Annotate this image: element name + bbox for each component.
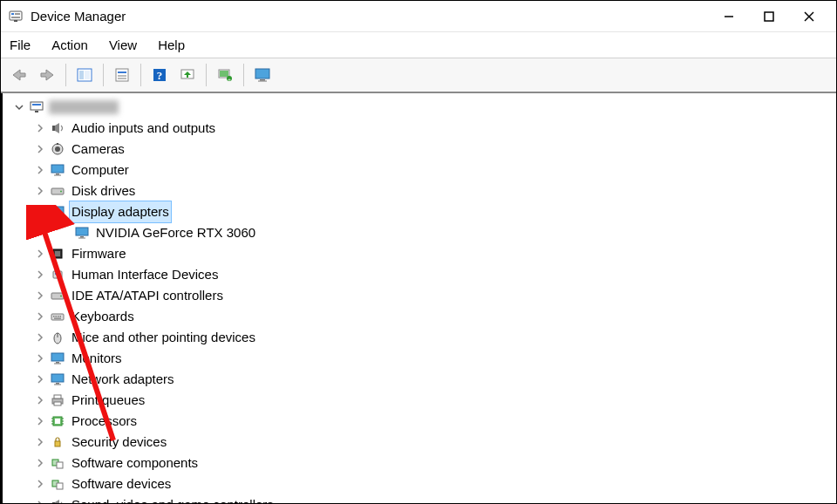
- svg-rect-30: [52, 126, 55, 131]
- component-icon: [50, 455, 65, 471]
- tree-category[interactable]: Display adapters: [6, 201, 836, 222]
- tree-category[interactable]: Security devices: [6, 432, 836, 453]
- tree-root[interactable]: [6, 97, 836, 118]
- menu-view[interactable]: View: [109, 37, 137, 52]
- tree-category[interactable]: Software devices: [6, 473, 836, 494]
- tree-category[interactable]: Mice and other pointing devices: [6, 327, 836, 348]
- svg-rect-6: [765, 12, 773, 21]
- properties-button[interactable]: [109, 62, 135, 88]
- tree-category-label: Security devices: [70, 432, 168, 453]
- computer-icon: [29, 99, 44, 115]
- chevron-right-icon[interactable]: [32, 392, 48, 408]
- chevron-down-icon[interactable]: [11, 99, 27, 115]
- svg-rect-66: [54, 385, 61, 385]
- tree-category[interactable]: Audio inputs and outputs: [6, 118, 836, 139]
- svg-rect-1: [11, 13, 14, 15]
- update-driver-button[interactable]: [174, 62, 201, 88]
- tree-category-label: Display adapters: [70, 201, 171, 222]
- svg-rect-36: [56, 174, 59, 175]
- back-button[interactable]: [6, 62, 32, 88]
- chevron-right-icon[interactable]: [32, 434, 48, 450]
- device-tree[interactable]: Audio inputs and outputsCamerasComputerD…: [1, 93, 836, 503]
- tree-category[interactable]: Cameras: [6, 139, 836, 160]
- tree-device[interactable]: NVIDIA GeForce RTX 3060: [6, 222, 836, 243]
- tree-category[interactable]: Print queues: [6, 390, 836, 411]
- chevron-right-icon[interactable]: [32, 120, 48, 136]
- svg-rect-26: [258, 81, 267, 82]
- chip-icon: [50, 246, 65, 262]
- chevron-down-icon[interactable]: [32, 204, 48, 220]
- chevron-right-icon[interactable]: [32, 309, 48, 324]
- tree-category[interactable]: Sound, video and game controllers: [6, 494, 836, 503]
- scan-hardware-button[interactable]: +: [212, 62, 238, 88]
- menu-file[interactable]: File: [10, 37, 31, 52]
- chevron-right-icon[interactable]: [32, 183, 48, 199]
- speaker-icon: [50, 120, 65, 136]
- chevron-right-icon[interactable]: [32, 371, 48, 387]
- tree-category-label: Sound, video and game controllers: [70, 494, 276, 503]
- svg-rect-42: [54, 217, 61, 218]
- svg-rect-29: [32, 104, 41, 106]
- maximize-button[interactable]: [749, 3, 789, 31]
- svg-rect-82: [57, 483, 63, 489]
- toolbar-separator: [206, 64, 207, 86]
- chevron-right-icon[interactable]: [32, 413, 48, 429]
- forward-button[interactable]: [34, 62, 60, 88]
- svg-marker-31: [55, 123, 59, 133]
- tree-category[interactable]: Human Interface Devices: [6, 264, 836, 285]
- tree-category[interactable]: Software components: [6, 453, 836, 473]
- monitor-icon: [50, 351, 65, 366]
- help-button[interactable]: ?: [146, 62, 173, 88]
- minimize-button[interactable]: [709, 3, 749, 31]
- tree-category[interactable]: Network adapters: [6, 369, 836, 390]
- tree-category[interactable]: Firmware: [6, 243, 836, 264]
- svg-rect-47: [55, 251, 60, 256]
- svg-point-33: [55, 146, 60, 152]
- title-bar: Device Manager: [1, 1, 836, 32]
- svg-rect-15: [118, 78, 126, 79]
- tree-category[interactable]: IDE ATA/ATAPI controllers: [6, 285, 836, 306]
- chevron-right-icon[interactable]: [32, 162, 48, 178]
- svg-rect-27: [31, 102, 43, 110]
- svg-rect-80: [57, 462, 63, 468]
- keyboard-icon: [50, 309, 65, 324]
- tree-category[interactable]: Monitors: [6, 348, 836, 369]
- chevron-right-icon[interactable]: [32, 288, 48, 303]
- tree-category-label: Keyboards: [70, 306, 136, 327]
- svg-rect-0: [10, 11, 22, 20]
- show-hidden-button[interactable]: [71, 62, 98, 88]
- close-button[interactable]: [789, 3, 829, 31]
- mouse-icon: [50, 330, 65, 345]
- chevron-right-icon[interactable]: [32, 351, 48, 366]
- chevron-right-icon[interactable]: [32, 267, 48, 283]
- device-manager-icon: [8, 9, 24, 24]
- svg-rect-25: [260, 79, 265, 81]
- svg-rect-54: [53, 316, 55, 317]
- tree-category-label: Monitors: [70, 348, 124, 369]
- chevron-right-icon[interactable]: [32, 497, 48, 503]
- tree-category[interactable]: Processors: [6, 411, 836, 432]
- chevron-right-icon[interactable]: [32, 476, 48, 492]
- menu-help[interactable]: Help: [158, 37, 185, 52]
- chevron-right-icon[interactable]: [32, 330, 48, 345]
- tree-category-label: Mice and other pointing devices: [70, 327, 257, 348]
- tree-category-label: Firmware: [70, 243, 128, 264]
- camera-icon: [50, 141, 65, 157]
- menu-action[interactable]: Action: [51, 37, 88, 52]
- svg-rect-49: [55, 273, 57, 275]
- svg-rect-43: [76, 228, 88, 235]
- disk-icon: [50, 288, 65, 303]
- svg-rect-61: [51, 353, 64, 361]
- svg-rect-14: [118, 75, 126, 77]
- tree-category-label: Cameras: [70, 139, 126, 160]
- tree-category[interactable]: Computer: [6, 160, 836, 180]
- tree-category[interactable]: Disk drives: [6, 180, 836, 201]
- chevron-right-icon[interactable]: [32, 141, 48, 157]
- svg-rect-34: [57, 143, 58, 145]
- chevron-right-icon[interactable]: [32, 246, 48, 262]
- svg-rect-40: [51, 207, 64, 215]
- chevron-right-icon[interactable]: [32, 455, 48, 471]
- svg-rect-62: [56, 362, 59, 364]
- monitor-button[interactable]: [249, 62, 276, 88]
- tree-category[interactable]: Keyboards: [6, 306, 836, 327]
